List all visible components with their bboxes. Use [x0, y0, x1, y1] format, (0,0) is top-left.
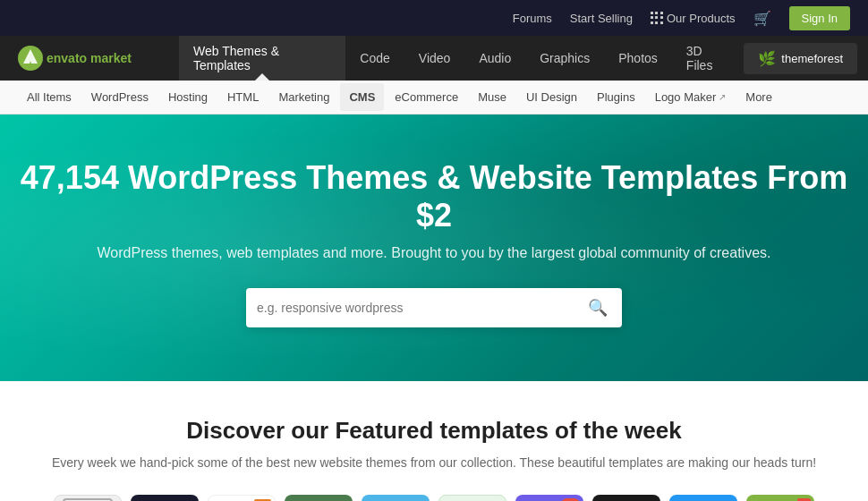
search-input[interactable]	[257, 292, 584, 324]
our-products-menu[interactable]: Our Products	[651, 12, 736, 25]
envato-logo-icon	[18, 46, 43, 71]
subnav-logomaker[interactable]: Logo Maker ↗	[646, 83, 736, 111]
template-item-heart[interactable]: 💙	[362, 495, 430, 501]
nav-video[interactable]: Video	[404, 36, 465, 81]
start-selling-link[interactable]: Start Selling	[570, 12, 633, 25]
subnav-ecommerce[interactable]: eCommerce	[386, 83, 467, 111]
subnav-more[interactable]: More	[736, 83, 781, 111]
nav-photos[interactable]: Photos	[604, 36, 672, 81]
hero-subtitle: WordPress themes, web templates and more…	[18, 245, 850, 261]
subnav-muse[interactable]: Muse	[469, 83, 515, 111]
main-nav-links: Web Themes & Templates Code Video Audio …	[179, 36, 744, 81]
main-nav: envato market Web Themes & Templates Cod…	[0, 36, 868, 81]
hero-section: 47,154 WordPress Themes & Website Templa…	[0, 115, 868, 381]
brand-text: envato market	[47, 51, 132, 65]
top-nav: Forums Start Selling Our Products 🛒 Sign…	[0, 0, 868, 36]
template-item-joo[interactable]: JOO. HTML	[592, 495, 660, 501]
hero-title: 47,154 WordPress Themes & Website Templa…	[18, 159, 850, 234]
search-button[interactable]: 🔍	[584, 294, 611, 321]
subnav-marketing[interactable]: Marketing	[269, 83, 338, 111]
subnav-uidesign[interactable]: UI Design	[517, 83, 586, 111]
subnav-wordpress[interactable]: WordPress	[82, 83, 157, 111]
subnav-plugins[interactable]: Plugins	[588, 83, 644, 111]
template-item-lms[interactable]: LMS WP THEME	[54, 495, 122, 501]
template-item-ave[interactable]: $12 Ave HTML	[515, 495, 583, 501]
subnav-all-items[interactable]: All Items	[18, 83, 81, 111]
subnav-hosting[interactable]: Hosting	[159, 83, 217, 111]
nav-3dfiles[interactable]: 3D Files	[672, 36, 745, 81]
subnav-html[interactable]: HTML	[218, 83, 268, 111]
sub-nav: All Items WordPress Hosting HTML Marketi…	[0, 81, 868, 115]
themeforest-label: themeforest	[781, 52, 843, 65]
themeforest-button[interactable]: 🌿 themeforest	[744, 43, 857, 74]
subnav-cms[interactable]: CMS	[340, 83, 384, 111]
featured-title: Discover our Featured templates of the w…	[18, 417, 850, 445]
forums-link[interactable]: Forums	[513, 12, 552, 25]
themeforest-badge: 🌿 themeforest	[744, 36, 868, 81]
nav-graphics[interactable]: Graphics	[525, 36, 604, 81]
sign-in-button[interactable]: Sign In	[789, 6, 850, 30]
template-item-basik[interactable]: BASIK Admin & APP Template	[438, 495, 506, 501]
template-item-btheme[interactable]: B'	[131, 495, 199, 501]
template-item-joomla[interactable]: 1.1 J!	[208, 495, 276, 501]
template-item-skrn[interactable]: PL SKRN.	[746, 495, 814, 501]
featured-subtitle: Every week we hand-pick some of the best…	[18, 455, 850, 470]
nav-audio[interactable]: Audio	[464, 36, 525, 81]
themeforest-icon: 🌿	[758, 50, 776, 67]
brand[interactable]: envato market	[0, 36, 179, 81]
external-link-icon: ↗	[719, 92, 726, 102]
cart-icon[interactable]: 🛒	[753, 10, 771, 27]
template-item-gomart[interactable]: 🍴 GoMart Grocery Express	[285, 495, 353, 501]
grid-icon	[651, 12, 663, 24]
template-item-df[interactable]: df HTML	[669, 495, 737, 501]
templates-row: LMS WP THEME B' 1.1 J! 🍴 GoMart Grocery …	[18, 495, 850, 501]
our-products-label: Our Products	[667, 12, 736, 25]
featured-section: Discover our Featured templates of the w…	[0, 381, 868, 501]
search-icon: 🔍	[588, 298, 608, 318]
nav-web-themes[interactable]: Web Themes & Templates	[179, 36, 345, 81]
nav-code[interactable]: Code	[345, 36, 404, 81]
search-bar: 🔍	[246, 288, 622, 327]
